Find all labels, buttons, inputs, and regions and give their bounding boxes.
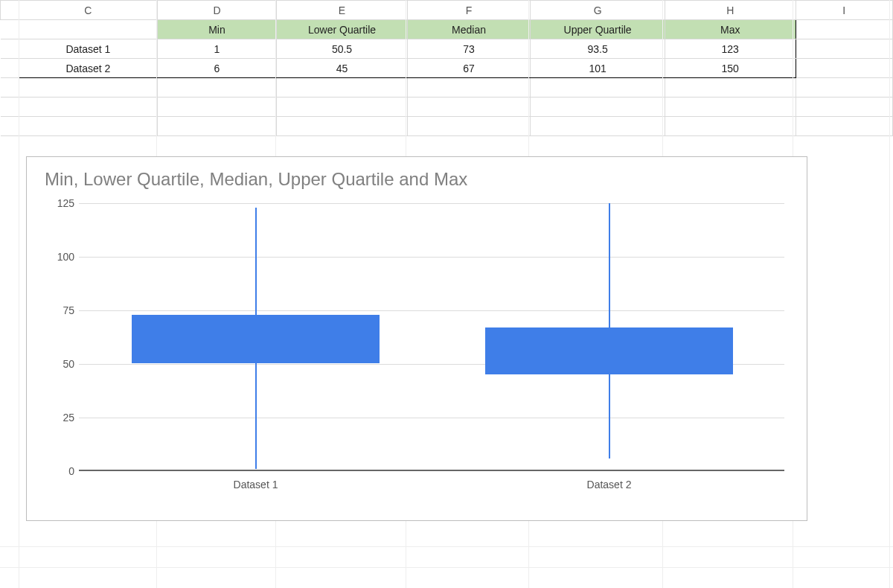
table-row[interactable] [1, 117, 893, 136]
empty-cell[interactable] [796, 59, 892, 78]
header-median[interactable]: Median [407, 20, 531, 39]
row-number-cell[interactable] [1, 20, 19, 39]
gridline [79, 418, 784, 418]
x-category-label: Dataset 2 [587, 479, 632, 490]
cell-ds2-median[interactable]: 67 [407, 59, 531, 78]
header-min[interactable]: Min [157, 20, 277, 39]
y-tick-label: 0 [42, 465, 74, 477]
col-header-D[interactable]: D [157, 1, 277, 20]
boxplot-chart[interactable]: Min, Lower Quartile, Median, Upper Quart… [26, 156, 807, 521]
table-row[interactable] [1, 98, 893, 117]
cell-ds1-median[interactable]: 73 [407, 39, 531, 59]
col-header-C[interactable]: C [19, 1, 158, 20]
y-tick-label: 75 [42, 304, 74, 316]
col-header-H[interactable]: H [665, 1, 796, 20]
column-header-row[interactable]: C D E F G H I [1, 1, 893, 20]
row-number-cell[interactable] [1, 59, 19, 78]
cell-ds2-min[interactable]: 6 [157, 59, 277, 78]
x-category-label: Dataset 1 [234, 479, 278, 490]
header-lq[interactable]: Lower Quartile [277, 20, 408, 39]
cell-ds2-uq[interactable]: 101 [531, 59, 665, 78]
y-tick-label: 50 [42, 358, 74, 370]
header-max[interactable]: Max [665, 20, 796, 39]
empty-cell[interactable] [796, 39, 892, 59]
gridline [79, 203, 784, 204]
table-row[interactable]: Dataset 2 6 45 67 101 150 [1, 59, 893, 78]
row-number-cell[interactable] [1, 39, 19, 59]
gridline [79, 310, 784, 311]
cell-ds2-max[interactable]: 150 [665, 59, 796, 78]
y-tick-label: 100 [42, 251, 74, 263]
spreadsheet-table[interactable]: C D E F G H I Min Lower Quartile Median … [0, 0, 893, 136]
col-header-I[interactable]: I [796, 1, 892, 20]
table-row[interactable]: Dataset 1 1 50.5 73 93.5 123 [1, 39, 893, 59]
cell-ds1-max[interactable]: 123 [665, 39, 796, 59]
row-label-ds1[interactable]: Dataset 1 [19, 39, 158, 59]
col-header-G[interactable]: G [531, 1, 665, 20]
corner-cell[interactable] [1, 1, 19, 20]
cell-ds2-lq[interactable]: 45 [277, 59, 408, 78]
table-row[interactable] [1, 78, 893, 98]
y-tick-label: 125 [42, 197, 74, 209]
box-ds1 [132, 315, 380, 363]
empty-cell[interactable] [796, 20, 892, 39]
table-row[interactable]: Min Lower Quartile Median Upper Quartile… [1, 20, 893, 39]
col-header-E[interactable]: E [277, 1, 408, 20]
cell-ds1-uq[interactable]: 93.5 [531, 39, 665, 59]
cell-ds1-min[interactable]: 1 [157, 39, 277, 59]
plot-area: 125 100 75 50 25 0 Dataset 1 Dataset 2 [42, 196, 792, 493]
row-label-ds2[interactable]: Dataset 2 [19, 59, 158, 78]
plot-inner [79, 203, 784, 471]
box-ds2 [485, 327, 733, 374]
chart-title: Min, Lower Quartile, Median, Upper Quart… [45, 169, 792, 190]
gridline [79, 257, 784, 258]
blank-cell[interactable] [19, 20, 158, 39]
y-tick-label: 25 [42, 412, 74, 424]
header-uq[interactable]: Upper Quartile [531, 20, 665, 39]
cell-ds1-lq[interactable]: 50.5 [277, 39, 408, 59]
col-header-F[interactable]: F [407, 1, 531, 20]
